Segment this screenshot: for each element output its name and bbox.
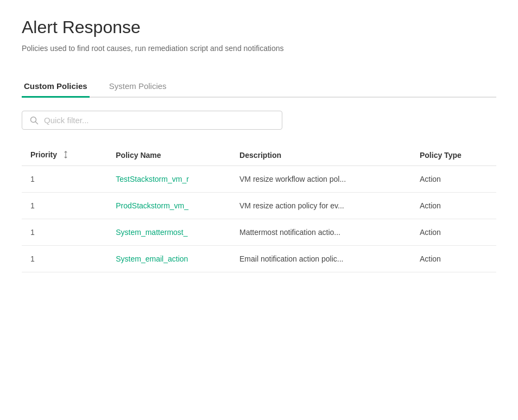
cell-policy-type: Action — [411, 166, 496, 192]
policy-name-link[interactable]: ProdStackstorm_vm_ — [116, 201, 188, 210]
table-body: 1TestStackstorm_vm_rVM resize workflow a… — [22, 166, 496, 272]
col-header-policy-name: Policy Name — [107, 145, 231, 166]
page-subtitle: Policies used to find root causes, run r… — [22, 43, 496, 54]
policy-name-link[interactable]: TestStackstorm_vm_r — [116, 175, 189, 183]
policy-name-link[interactable]: System_email_action — [116, 254, 188, 263]
col-header-description: Description — [231, 145, 411, 166]
tab-bar: Custom Policies System Policies — [22, 76, 496, 98]
cell-description: Mattermost notification actio... — [231, 219, 411, 245]
cell-policy-name: TestStackstorm_vm_r — [107, 166, 231, 192]
table-row: 1System_mattermost_Mattermost notificati… — [22, 219, 496, 245]
tab-system-policies[interactable]: System Policies — [107, 76, 169, 98]
col-header-priority: Priority — [22, 145, 107, 166]
cell-priority: 1 — [22, 219, 107, 245]
search-icon — [30, 116, 39, 125]
cell-priority: 1 — [22, 166, 107, 192]
cell-description: VM resize workflow action pol... — [231, 166, 411, 192]
cell-policy-type: Action — [411, 219, 496, 245]
cell-description: Email notification action polic... — [231, 245, 411, 272]
cell-priority: 1 — [22, 245, 107, 272]
cell-description: VM resize action policy for ev... — [231, 192, 411, 219]
cell-priority: 1 — [22, 192, 107, 219]
table-header-row: Priority Policy Name Description Policy … — [22, 145, 496, 166]
sort-icon[interactable] — [61, 151, 70, 160]
cell-policy-name: System_email_action — [107, 245, 231, 272]
cell-policy-name: ProdStackstorm_vm_ — [107, 192, 231, 219]
svg-line-1 — [36, 122, 38, 124]
search-input[interactable] — [44, 116, 274, 125]
search-bar — [22, 111, 282, 130]
table-row: 1ProdStackstorm_vm_VM resize action poli… — [22, 192, 496, 219]
policies-table: Priority Policy Name Description Policy … — [22, 145, 496, 272]
cell-policy-type: Action — [411, 245, 496, 272]
table-row: 1TestStackstorm_vm_rVM resize workflow a… — [22, 166, 496, 192]
tab-custom-policies[interactable]: Custom Policies — [22, 76, 90, 98]
page-title: Alert Response — [22, 17, 496, 37]
policy-name-link[interactable]: System_mattermost_ — [116, 228, 187, 237]
cell-policy-type: Action — [411, 192, 496, 219]
cell-policy-name: System_mattermost_ — [107, 219, 231, 245]
col-header-policy-type: Policy Type — [411, 145, 496, 166]
table-row: 1System_email_actionEmail notification a… — [22, 245, 496, 272]
